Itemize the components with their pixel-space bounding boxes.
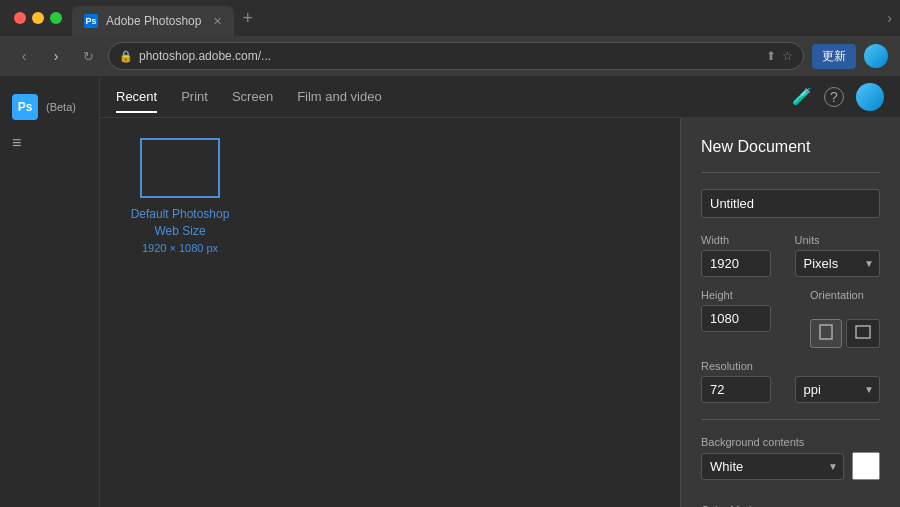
tab-favicon: Ps	[84, 14, 98, 28]
units-select-wrapper: Pixels Inches Centimeters Millimeters ▼	[795, 250, 881, 277]
main-content: Recent Print Screen Film and video 🧪 ?	[100, 76, 900, 507]
tab-title-text: Adobe Photoshop	[106, 14, 201, 28]
minimize-traffic-light[interactable]	[32, 12, 44, 24]
tab-print[interactable]: Print	[181, 81, 208, 112]
hamburger-menu-button[interactable]: ≡	[0, 128, 99, 158]
portrait-icon	[819, 324, 833, 340]
recent-file-item[interactable]: Default Photoshop Web Size 1920 × 1080 p…	[120, 138, 240, 254]
resolution-unit-label: .	[795, 360, 881, 372]
url-actions: ⬆ ☆	[766, 49, 793, 63]
resolution-input[interactable]	[701, 376, 771, 403]
user-avatar[interactable]	[864, 44, 888, 68]
orientation-group: Orientation	[810, 289, 880, 348]
back-button[interactable]: ‹	[12, 48, 36, 64]
height-group: Height	[701, 289, 802, 348]
tab-close-icon[interactable]: ✕	[213, 15, 222, 28]
units-select[interactable]: Pixels Inches Centimeters Millimeters	[795, 250, 881, 277]
height-input[interactable]	[701, 305, 771, 332]
portrait-button[interactable]	[810, 319, 842, 348]
svg-rect-1	[856, 326, 870, 338]
reload-button[interactable]: ↻	[76, 49, 100, 64]
resolution-group: Resolution	[701, 360, 787, 403]
close-traffic-light[interactable]	[14, 12, 26, 24]
top-bar-icons: 🧪 ?	[792, 83, 884, 111]
landscape-icon	[855, 325, 871, 339]
maximize-traffic-light[interactable]	[50, 12, 62, 24]
bg-contents-group: Background contents White Black Backgrou…	[701, 436, 880, 492]
bookmark-icon[interactable]: ☆	[782, 49, 793, 63]
new-document-panel: New Document Width Units Pixels	[680, 118, 900, 507]
file-thumbnail	[140, 138, 220, 198]
url-bar[interactable]: 🔒 photoshop.adobe.com/... ⬆ ☆	[108, 42, 804, 70]
resolution-unit-select[interactable]: ppi ppcm	[795, 376, 881, 403]
resolution-label: Resolution	[701, 360, 787, 372]
left-sidebar: Ps (Beta) ≡	[0, 76, 100, 507]
app-user-avatar[interactable]	[856, 83, 884, 111]
width-input[interactable]	[701, 250, 771, 277]
width-group: Width	[701, 234, 787, 277]
bg-separator	[701, 419, 880, 420]
bg-color-swatch[interactable]	[852, 452, 880, 480]
document-area: Default Photoshop Web Size 1920 × 1080 p…	[100, 118, 900, 507]
svg-rect-0	[820, 325, 832, 339]
ps-logo-area: Ps (Beta)	[0, 86, 99, 128]
panel-title: New Document	[701, 138, 880, 156]
bg-content-row: White Black Background Color Foreground …	[701, 452, 880, 480]
height-orientation-row: Height Orientation	[701, 289, 880, 348]
units-group: Units Pixels Inches Centimeters Millimet…	[795, 234, 881, 277]
height-label: Height	[701, 289, 802, 301]
tab-more-icon[interactable]: ›	[887, 10, 892, 26]
tab-bar: Ps Adobe Photoshop ✕ + ›	[0, 0, 900, 36]
resolution-row: Resolution . ppi ppcm ▼	[701, 360, 880, 403]
orientation-label: Orientation	[810, 289, 880, 301]
width-units-row: Width Units Pixels Inches Centimeters Mi…	[701, 234, 880, 277]
landscape-button[interactable]	[846, 319, 880, 348]
traffic-lights	[8, 12, 68, 24]
tab-recent[interactable]: Recent	[116, 81, 157, 112]
resolution-unit-select-wrapper: ppi ppcm ▼	[795, 376, 881, 403]
width-label: Width	[701, 234, 787, 246]
orientation-buttons	[810, 319, 880, 348]
document-name-input[interactable]	[701, 189, 880, 218]
tab-screen[interactable]: Screen	[232, 81, 273, 112]
app-area: Ps (Beta) ≡ Recent Print Screen Film and…	[0, 76, 900, 507]
file-name-label: Default Photoshop Web Size	[120, 206, 240, 240]
lock-icon: 🔒	[119, 50, 133, 63]
update-button[interactable]: 更新	[812, 44, 856, 69]
share-icon[interactable]: ⬆	[766, 49, 776, 63]
recent-panel: Default Photoshop Web Size 1920 × 1080 p…	[100, 118, 680, 507]
new-tab-button[interactable]: +	[242, 8, 253, 29]
browser-chrome: Ps Adobe Photoshop ✕ + › ‹ › ↻ 🔒 photosh…	[0, 0, 900, 76]
forward-button[interactable]: ›	[44, 48, 68, 64]
file-dimensions-label: 1920 × 1080 px	[142, 242, 218, 254]
help-icon[interactable]: ?	[824, 87, 844, 107]
tab-film-video[interactable]: Film and video	[297, 81, 382, 112]
bg-contents-select[interactable]: White Black Background Color Foreground …	[701, 453, 844, 480]
flask-icon[interactable]: 🧪	[792, 87, 812, 106]
beta-label: (Beta)	[46, 101, 76, 113]
panel-separator	[701, 172, 880, 173]
browser-tab[interactable]: Ps Adobe Photoshop ✕	[72, 6, 234, 36]
resolution-unit-group: . ppi ppcm ▼	[795, 360, 881, 403]
url-text: photoshop.adobe.com/...	[139, 49, 760, 63]
address-bar: ‹ › ↻ 🔒 photoshop.adobe.com/... ⬆ ☆ 更新	[0, 36, 900, 76]
units-label: Units	[795, 234, 881, 246]
content-tabs: Recent Print Screen Film and video 🧪 ?	[100, 76, 900, 118]
bg-contents-label: Background contents	[701, 436, 880, 448]
ps-logo-icon: Ps	[12, 94, 38, 120]
bg-select-wrapper: White Black Background Color Foreground …	[701, 453, 844, 480]
